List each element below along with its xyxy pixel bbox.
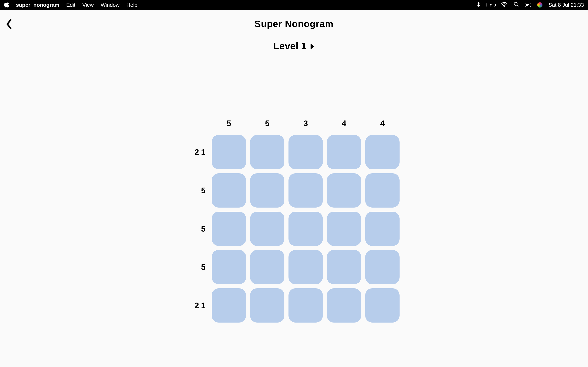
svg-marker-3 — [311, 44, 314, 49]
cell-4-3[interactable] — [327, 288, 361, 323]
svg-line-2 — [517, 5, 518, 7]
menubar-item-view[interactable]: View — [82, 2, 94, 8]
cell-0-2[interactable] — [288, 135, 323, 169]
cell-3-3[interactable] — [327, 250, 361, 284]
col-hint-3: 4 — [325, 114, 363, 133]
cell-2-2[interactable] — [288, 212, 323, 246]
col-hint-0: 5 — [210, 114, 248, 133]
cell-4-0[interactable] — [212, 288, 246, 323]
macos-menubar: super_nonogram Edit View Window Help Sat… — [0, 0, 588, 10]
cell-1-4[interactable] — [365, 173, 399, 208]
level-label: Level 1 — [273, 40, 307, 52]
wifi-icon[interactable] — [501, 2, 507, 8]
cell-1-3[interactable] — [327, 173, 361, 208]
row-hint-4: 21 — [191, 287, 209, 324]
cell-0-3[interactable] — [327, 135, 361, 169]
menubar-item-edit[interactable]: Edit — [66, 2, 75, 8]
menubar-app-name[interactable]: super_nonogram — [16, 2, 59, 8]
control-center-icon[interactable] — [525, 3, 531, 7]
back-button[interactable] — [5, 19, 13, 29]
nonogram-board: 5 5 3 4 4 21 5 5 5 21 — [191, 114, 401, 324]
col-hint-2: 3 — [287, 114, 324, 133]
col-hint-1: 5 — [249, 114, 286, 133]
row-hint-1: 5 — [191, 172, 209, 209]
cell-1-1[interactable] — [250, 173, 285, 208]
col-hint-4: 4 — [364, 114, 401, 133]
battery-icon[interactable] — [486, 3, 495, 7]
row-hint-3: 5 — [191, 248, 209, 286]
svg-point-0 — [504, 6, 505, 7]
cell-1-2[interactable] — [288, 173, 323, 208]
siri-icon[interactable] — [537, 2, 543, 8]
bluetooth-icon[interactable] — [477, 1, 480, 8]
cell-4-1[interactable] — [250, 288, 285, 323]
menubar-item-help[interactable]: Help — [127, 2, 138, 8]
svg-point-1 — [514, 2, 517, 5]
cell-0-1[interactable] — [250, 135, 285, 169]
row-hint-2: 5 — [191, 210, 209, 248]
cell-2-0[interactable] — [212, 212, 246, 246]
board-corner — [191, 114, 209, 133]
menubar-clock[interactable]: Sat 8 Jul 21:33 — [549, 2, 584, 8]
cell-0-0[interactable] — [212, 135, 246, 169]
cell-3-0[interactable] — [212, 250, 246, 284]
cell-4-2[interactable] — [288, 288, 323, 323]
cell-3-2[interactable] — [288, 250, 323, 284]
next-level-button[interactable] — [310, 40, 315, 52]
row-hint-0: 21 — [191, 133, 209, 171]
cell-3-1[interactable] — [250, 250, 285, 284]
cell-2-3[interactable] — [327, 212, 361, 246]
menubar-item-window[interactable]: Window — [101, 2, 120, 8]
cell-2-4[interactable] — [365, 212, 399, 246]
search-icon[interactable] — [513, 2, 519, 8]
cell-4-4[interactable] — [365, 288, 399, 323]
cell-2-1[interactable] — [250, 212, 285, 246]
cell-0-4[interactable] — [365, 135, 399, 169]
cell-3-4[interactable] — [365, 250, 399, 284]
apple-icon[interactable] — [4, 2, 9, 8]
cell-1-0[interactable] — [212, 173, 246, 208]
page-title: Super Nonogram — [254, 18, 333, 29]
